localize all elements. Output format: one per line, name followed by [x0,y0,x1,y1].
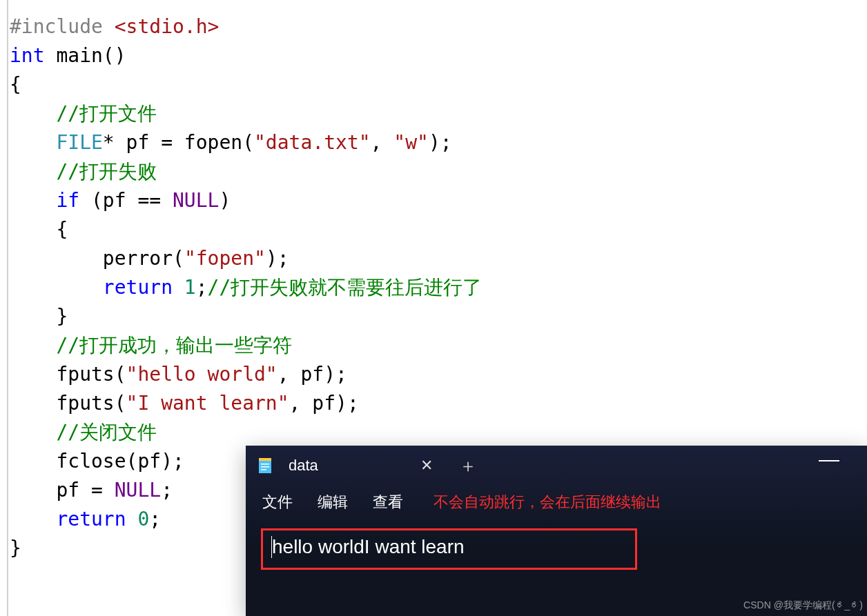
comment-close-file: //关闭文件 [10,421,157,444]
menu-edit[interactable]: 编辑 [318,492,348,513]
svg-rect-3 [261,466,269,468]
svg-rect-4 [261,469,266,470]
code-text: pf = [10,479,115,501]
brace-open: { [10,73,21,96]
code-text: , [371,131,394,154]
number-literal: 0 [126,508,150,530]
func-call: perror( [10,247,184,270]
string-literal: "I want learn" [126,392,289,415]
comment-fail-return: //打开失败就不需要往后进行了 [208,276,483,299]
keyword-if: if [10,189,79,212]
string-literal: "data.txt" [254,131,371,154]
func-main: main() [45,44,126,67]
code-text: * pf = fopen( [103,131,254,154]
string-literal: "w" [393,131,429,154]
code-text: , pf); [289,392,359,415]
highlight-box: hello worldI want learn [261,528,637,570]
menu-view[interactable]: 查看 [373,492,403,513]
svg-rect-2 [261,464,269,465]
close-icon[interactable]: ✕ [420,457,433,475]
notepad-tab[interactable]: data ✕ [289,457,433,475]
func-call: fputs( [10,363,126,386]
notepad-text-content[interactable]: hello worldI want learn [271,536,627,558]
code-text: ; [196,276,208,299]
notepad-icon [257,457,273,474]
brace-close: } [10,305,68,328]
comment-open-success: //打开成功，输出一些字符 [10,334,292,357]
code-text: ; [161,479,173,501]
string-literal: "fopen" [184,247,266,270]
number-literal: 1 [173,276,196,299]
code-text: ); [429,131,452,154]
notepad-menubar: 文件 编辑 查看 不会自动跳行，会在后面继续输出 [246,486,867,519]
annotation-text: 不会自动跳行，会在后面继续输出 [434,492,661,513]
brace-close: } [10,537,21,559]
watermark-text: CSDN @我要学编程(ಥ_ಥ) [743,599,863,612]
null-literal: NULL [115,479,161,501]
null-literal: NULL [173,189,219,212]
include-header: <stdio.h> [103,15,220,38]
string-literal: "hello world" [126,363,277,386]
keyword-return: return [10,276,173,299]
type-file: FILE [10,131,103,154]
svg-rect-0 [259,458,271,461]
comment-open-file: //打开文件 [10,102,157,125]
menu-file[interactable]: 文件 [262,492,293,513]
code-text: , pf); [277,363,347,386]
preproc-directive: #include [10,15,103,38]
code-text: ) [219,189,231,212]
comment-open-fail: //打开失败 [10,160,157,183]
keyword-int: int [10,44,45,67]
brace-open: { [10,218,68,241]
notepad-content-area[interactable]: hello worldI want learn [246,519,867,570]
code-text: (pf == [79,189,173,212]
func-call: fclose(pf); [10,450,184,473]
add-tab-icon[interactable]: ＋ [459,454,477,478]
code-text: ; [149,508,161,530]
keyword-return: return [10,508,126,530]
code-text: ); [266,247,289,270]
notepad-window[interactable]: data ✕ ＋ — 文件 编辑 查看 不会自动跳行，会在后面继续输出 hell… [246,446,867,616]
func-call: fputs( [10,392,126,415]
notepad-tab-title: data [289,457,318,475]
notepad-titlebar[interactable]: data ✕ ＋ — [246,446,867,486]
